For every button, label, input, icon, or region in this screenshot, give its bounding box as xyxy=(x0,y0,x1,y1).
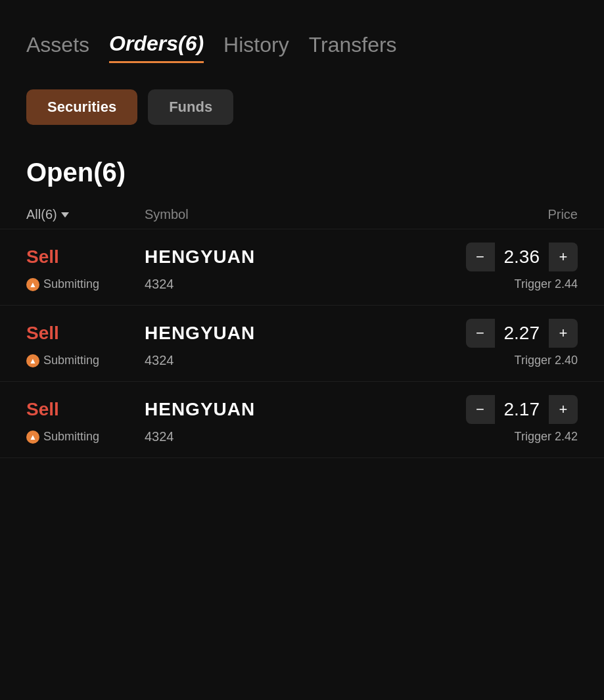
order-status-3: ▲ Submitting xyxy=(26,430,145,444)
table-row: Sell HENGYUAN − 2.17 + ▲ Submitting 4324… xyxy=(0,381,604,458)
order-code-3: 4324 xyxy=(145,429,446,444)
status-icon-3: ▲ xyxy=(26,431,39,444)
order-symbol-1: HENGYUAN xyxy=(145,246,466,268)
status-icon-2: ▲ xyxy=(26,354,39,367)
status-arrow-icon: ▲ xyxy=(29,280,37,289)
status-label-3: Submitting xyxy=(43,430,99,444)
status-arrow-icon-2: ▲ xyxy=(29,356,37,365)
status-icon-1: ▲ xyxy=(26,278,39,291)
price-value-3: 2.17 xyxy=(495,399,549,420)
price-value-1: 2.36 xyxy=(495,246,549,268)
trigger-info-1: Trigger 2.44 xyxy=(446,277,578,291)
status-label-2: Submitting xyxy=(43,354,99,367)
price-header: Price xyxy=(446,207,578,222)
tab-orders[interactable]: Orders(6) xyxy=(109,26,204,63)
tab-transfers[interactable]: Transfers xyxy=(309,28,397,62)
tab-history[interactable]: History xyxy=(223,28,289,62)
price-increase-2[interactable]: + xyxy=(549,319,578,348)
order-status-1: ▲ Submitting xyxy=(26,277,145,291)
chevron-down-icon xyxy=(61,212,69,218)
symbol-header: Symbol xyxy=(145,207,446,222)
price-control-1: − 2.36 + xyxy=(466,243,578,271)
status-label-1: Submitting xyxy=(43,277,99,291)
price-increase-3[interactable]: + xyxy=(549,395,578,424)
orders-list: Sell HENGYUAN − 2.36 + ▲ Submitting 4324… xyxy=(0,229,604,458)
tab-bar: Assets Orders(6) History Transfers xyxy=(0,0,604,76)
price-decrease-3[interactable]: − xyxy=(466,395,495,424)
all-filter-label: All(6) xyxy=(26,207,57,222)
price-value-2: 2.27 xyxy=(495,323,549,344)
price-decrease-1[interactable]: − xyxy=(466,243,495,271)
order-type-3: Sell xyxy=(26,399,145,420)
order-code-2: 4324 xyxy=(145,353,446,368)
order-symbol-2: HENGYUAN xyxy=(145,323,466,344)
all-filter-dropdown[interactable]: All(6) xyxy=(26,207,145,222)
table-header: All(6) Symbol Price xyxy=(0,194,604,229)
order-symbol-3: HENGYUAN xyxy=(145,399,466,420)
order-status-2: ▲ Submitting xyxy=(26,354,145,367)
filter-funds[interactable]: Funds xyxy=(148,89,233,125)
price-increase-1[interactable]: + xyxy=(549,243,578,271)
filter-bar: Securities Funds xyxy=(0,76,604,138)
price-decrease-2[interactable]: − xyxy=(466,319,495,348)
status-arrow-icon-3: ▲ xyxy=(29,432,37,442)
filter-securities[interactable]: Securities xyxy=(26,89,137,125)
section-title: Open(6) xyxy=(0,138,604,194)
price-control-3: − 2.17 + xyxy=(466,395,578,424)
price-control-2: − 2.27 + xyxy=(466,319,578,348)
table-row: Sell HENGYUAN − 2.27 + ▲ Submitting 4324… xyxy=(0,305,604,381)
order-type-1: Sell xyxy=(26,246,145,268)
order-type-2: Sell xyxy=(26,323,145,344)
tab-assets[interactable]: Assets xyxy=(26,28,89,62)
trigger-info-3: Trigger 2.42 xyxy=(446,430,578,444)
table-row: Sell HENGYUAN − 2.36 + ▲ Submitting 4324… xyxy=(0,229,604,305)
trigger-info-2: Trigger 2.40 xyxy=(446,354,578,367)
order-code-1: 4324 xyxy=(145,277,446,292)
